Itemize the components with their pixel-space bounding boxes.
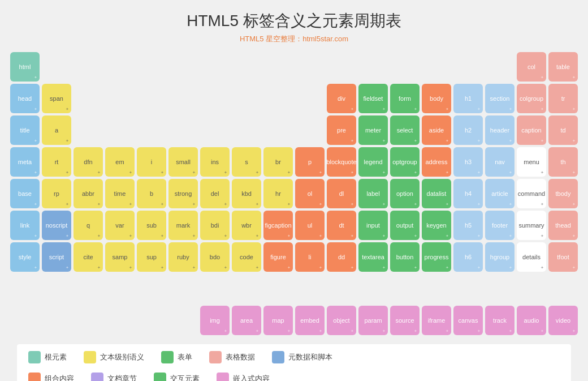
- element-cell-samp[interactable]: samp✦: [105, 242, 135, 272]
- element-cell-input[interactable]: input✦: [358, 211, 388, 240]
- element-cell-sup[interactable]: sup✦: [137, 242, 166, 272]
- element-cell-address[interactable]: address✦: [422, 147, 451, 177]
- element-cell-tr[interactable]: tr✦: [548, 84, 578, 113]
- element-cell-textarea[interactable]: textarea✦: [358, 242, 388, 272]
- element-cell-h6[interactable]: h6✦: [453, 242, 483, 272]
- element-cell-tfoot[interactable]: tfoot✦: [548, 242, 578, 272]
- element-cell-object[interactable]: object✦: [327, 306, 356, 335]
- element-cell-thead[interactable]: thead✦: [548, 211, 578, 240]
- element-cell-a[interactable]: a✦: [42, 115, 71, 145]
- element-cell-td[interactable]: td✦: [548, 115, 578, 145]
- element-cell-figure[interactable]: figure✦: [263, 242, 293, 272]
- element-cell-meter[interactable]: meter✦: [358, 115, 388, 145]
- element-cell-header[interactable]: header✦: [485, 115, 514, 145]
- element-cell-th[interactable]: th✦: [548, 147, 578, 177]
- element-cell-rp[interactable]: rp✦: [42, 179, 71, 208]
- element-cell-track[interactable]: track✦: [485, 306, 514, 335]
- element-cell-h3[interactable]: h3✦: [453, 147, 483, 177]
- element-cell-span[interactable]: span✦: [42, 84, 71, 113]
- element-cell-optgroup[interactable]: optgroup✦: [390, 147, 420, 177]
- element-cell-menu[interactable]: menu✦: [517, 147, 546, 177]
- element-cell-source[interactable]: source✦: [390, 306, 420, 335]
- element-cell-time[interactable]: time✦: [105, 179, 135, 208]
- element-cell-pre[interactable]: pre✦: [327, 115, 356, 145]
- element-cell-ul[interactable]: ul✦: [295, 211, 325, 240]
- element-cell-small[interactable]: small✦: [168, 147, 198, 177]
- element-cell-dt[interactable]: dt✦: [327, 211, 356, 240]
- element-cell-canvas[interactable]: canvas✦: [453, 306, 483, 335]
- element-cell-hgroup[interactable]: hgroup✦: [485, 242, 514, 272]
- element-cell-wbr[interactable]: wbr✦: [232, 211, 261, 240]
- element-cell-article[interactable]: article✦: [485, 179, 514, 208]
- element-cell-fieldset[interactable]: fieldset✦: [358, 84, 388, 113]
- element-cell-footer[interactable]: footer✦: [485, 211, 514, 240]
- element-cell-colgroup[interactable]: colgroup✦: [517, 84, 546, 113]
- element-cell-h5[interactable]: h5✦: [453, 211, 483, 240]
- element-cell-h1[interactable]: h1✦: [453, 84, 483, 113]
- element-cell-summary[interactable]: summary✦: [517, 211, 546, 240]
- element-cell-ins[interactable]: ins✦: [200, 147, 230, 177]
- element-cell-ruby[interactable]: ruby✦: [168, 242, 198, 272]
- element-cell-progress[interactable]: progress✦: [422, 242, 451, 272]
- element-cell-meta[interactable]: meta✦: [10, 147, 40, 177]
- element-cell-dd[interactable]: dd✦: [327, 242, 356, 272]
- element-cell-h4[interactable]: h4✦: [453, 179, 483, 208]
- element-cell-sub[interactable]: sub✦: [137, 211, 166, 240]
- element-cell-col[interactable]: col✦: [517, 52, 546, 82]
- element-cell-hr[interactable]: hr✦: [263, 179, 293, 208]
- element-cell-bdi[interactable]: bdi✦: [200, 211, 230, 240]
- element-cell-form[interactable]: form✦: [390, 84, 420, 113]
- element-cell-output[interactable]: output✦: [390, 211, 420, 240]
- element-cell-bdo[interactable]: bdo✦: [200, 242, 230, 272]
- element-cell-aside[interactable]: aside✦: [422, 115, 451, 145]
- element-cell-noscript[interactable]: noscript✦: [42, 211, 71, 240]
- element-cell-dl[interactable]: dl✦: [327, 179, 356, 208]
- element-cell-details[interactable]: details✦: [517, 242, 546, 272]
- element-cell-var[interactable]: var✦: [105, 211, 135, 240]
- element-cell-script[interactable]: script✦: [42, 242, 71, 272]
- element-cell-legend[interactable]: legend✦: [358, 147, 388, 177]
- element-cell-kbd[interactable]: kbd✦: [232, 179, 261, 208]
- element-cell-button[interactable]: button✦: [390, 242, 420, 272]
- element-cell-q[interactable]: q✦: [74, 211, 103, 240]
- element-cell-div[interactable]: div✦: [327, 84, 356, 113]
- element-cell-b[interactable]: b✦: [137, 179, 166, 208]
- element-cell-blockquote[interactable]: blockquote✦: [327, 147, 356, 177]
- element-cell-body[interactable]: body✦: [422, 84, 451, 113]
- element-cell-h2[interactable]: h2✦: [453, 115, 483, 145]
- element-cell-figcaption[interactable]: figcaption✦: [263, 211, 293, 240]
- element-cell-link[interactable]: link✦: [10, 211, 40, 240]
- element-cell-li[interactable]: li✦: [295, 242, 325, 272]
- element-cell-head[interactable]: head✦: [10, 84, 40, 113]
- element-cell-style[interactable]: style✦: [10, 242, 40, 272]
- element-cell-i[interactable]: i✦: [137, 147, 166, 177]
- element-cell-area[interactable]: area✦: [232, 306, 261, 335]
- element-cell-label[interactable]: label✦: [358, 179, 388, 208]
- element-cell-s[interactable]: s✦: [232, 147, 261, 177]
- element-cell-strong[interactable]: strong✦: [168, 179, 198, 208]
- element-cell-map[interactable]: map✦: [263, 306, 293, 335]
- element-cell-base[interactable]: base✦: [10, 179, 40, 208]
- element-cell-rt[interactable]: rt✦: [42, 147, 71, 177]
- element-cell-iframe[interactable]: iframe✦: [422, 306, 451, 335]
- element-cell-nav[interactable]: nav✦: [485, 147, 514, 177]
- element-cell-caption[interactable]: caption✦: [517, 115, 546, 145]
- element-cell-table[interactable]: table✦: [548, 52, 578, 82]
- element-cell-tbody[interactable]: tbody✦: [548, 179, 578, 208]
- element-cell-abbr[interactable]: abbr✦: [74, 179, 103, 208]
- element-cell-html[interactable]: html✦: [10, 52, 40, 82]
- element-cell-section[interactable]: section✦: [485, 84, 514, 113]
- element-cell-ol[interactable]: ol✦: [295, 179, 325, 208]
- element-cell-title[interactable]: title✦: [10, 115, 40, 145]
- element-cell-dfn[interactable]: dfn✦: [74, 147, 103, 177]
- element-cell-datalist[interactable]: datalist✦: [422, 179, 451, 208]
- element-cell-del[interactable]: del✦: [200, 179, 230, 208]
- element-cell-br[interactable]: br✦: [263, 147, 293, 177]
- element-cell-audio[interactable]: audio✦: [517, 306, 546, 335]
- element-cell-command[interactable]: command✦: [517, 179, 546, 208]
- element-cell-video[interactable]: video✦: [548, 306, 578, 335]
- element-cell-mark[interactable]: mark✦: [168, 211, 198, 240]
- element-cell-select[interactable]: select✦: [390, 115, 420, 145]
- element-cell-cite[interactable]: cite✦: [74, 242, 103, 272]
- element-cell-option[interactable]: option✦: [390, 179, 420, 208]
